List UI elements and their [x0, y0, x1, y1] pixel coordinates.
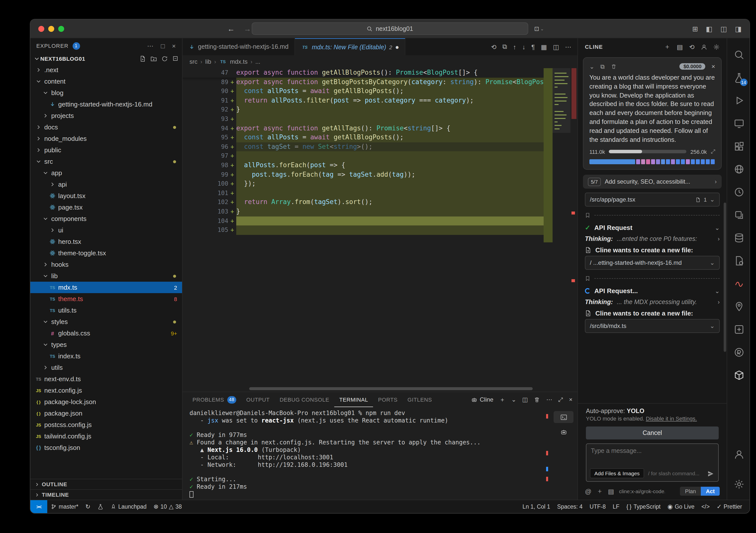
minimap-icon[interactable]: ▦: [541, 43, 547, 50]
language-mode-item[interactable]: { }TypeScript: [623, 503, 664, 510]
tree-file-theme-toggle-tsx[interactable]: theme-toggle.tsx: [30, 247, 182, 259]
more-actions-icon[interactable]: ⋯: [147, 42, 154, 49]
panel-tab-gitlens[interactable]: GITLENS: [403, 392, 437, 407]
terminal-dropdown-icon[interactable]: ⌄: [511, 396, 516, 403]
new-folder-icon[interactable]: [150, 55, 157, 62]
tree-folder-node-modules[interactable]: node_modules: [30, 133, 182, 144]
model-selector[interactable]: cline:x-ai/grok-code...: [619, 488, 665, 494]
new-file-path-box[interactable]: /src/lib/mdx.ts ⌄: [585, 319, 720, 333]
settings-gear-icon[interactable]: [713, 43, 720, 50]
command-center[interactable]: next16blog01: [252, 22, 528, 35]
project-root-row[interactable]: NEXT16BLOG01: [30, 53, 182, 64]
filegear-icon[interactable]: [727, 249, 750, 272]
remote-icon[interactable]: [727, 112, 750, 135]
prettier-item[interactable]: ✓Prettier: [713, 503, 745, 510]
mention-icon[interactable]: @: [585, 488, 591, 495]
tree-folder-styles[interactable]: styles: [30, 316, 182, 327]
tree-folder-projects[interactable]: projects: [30, 110, 182, 122]
tree-folder-types[interactable]: types: [30, 339, 182, 351]
refresh-icon[interactable]: [161, 55, 168, 62]
tree-file-hero-tsx[interactable]: hero.tsx: [30, 236, 182, 247]
tree-file-package-json[interactable]: { }package.json: [30, 407, 182, 419]
tree-file-getting-started-with-nextjs-16-md[interactable]: getting-started-with-nextjs-16.md: [30, 98, 182, 110]
focus-chain-row[interactable]: 5/7 Add security, SEO, accessibilit... ›: [583, 175, 722, 189]
panel-tab-debug-console[interactable]: DEBUG CONSOLE: [275, 392, 334, 407]
arrow-up-icon[interactable]: ↑: [513, 43, 516, 50]
tree-file-package-lock-json[interactable]: { }package-lock.json: [30, 396, 182, 407]
bookmark-icon[interactable]: [585, 213, 590, 218]
maximize-view-icon[interactable]: □: [161, 42, 165, 49]
tab-getting-started-md[interactable]: getting-started-with-nextjs-16.md: [182, 38, 295, 55]
account-icon[interactable]: [727, 443, 750, 466]
tree-file-postcss-config-js[interactable]: JSpostcss.config.js: [30, 419, 182, 431]
pin-icon[interactable]: [727, 295, 750, 318]
edited-file-row[interactable]: /src/app/page.tsx 1 ⌄: [585, 193, 720, 207]
go-live-item[interactable]: ◉Go Live: [664, 503, 698, 510]
tree-folder-content[interactable]: content: [30, 76, 182, 87]
remote-indicator[interactable]: ><: [30, 500, 47, 513]
code-area[interactable]: 47export async function getAllBlogPosts(…: [182, 68, 544, 392]
pilcrow-icon[interactable]: ¶: [531, 43, 535, 50]
thinking-row[interactable]: Thinking: ...ented the core P0 features:…: [578, 234, 727, 245]
tree-file-mdx-ts[interactable]: TSmdx.ts2: [30, 282, 182, 293]
horizontal-scrollbar[interactable]: [249, 387, 533, 390]
disable-settings-link[interactable]: Disable it in Settings.: [646, 415, 697, 422]
new-file-path-box[interactable]: / ...etting-started-with-nextjs-16.md ⌄: [585, 256, 720, 270]
minimize-window-button[interactable]: [48, 26, 54, 32]
globe-icon[interactable]: [727, 158, 750, 181]
breadcrumb-item[interactable]: ...: [256, 58, 260, 65]
tree-file-next-env-d-ts[interactable]: TSnext-env.d.ts: [30, 373, 182, 385]
tree-file-utils-ts[interactable]: TSutils.ts: [30, 305, 182, 316]
code-editor[interactable]: 47export async function getAllBlogPosts(…: [182, 68, 578, 392]
beaker-icon[interactable]: [94, 500, 107, 513]
tree-file-globals-css[interactable]: #globals.css9+: [30, 327, 182, 339]
maximize-panel-icon[interactable]: ⤢: [558, 396, 563, 403]
tree-folder-api[interactable]: api: [30, 179, 182, 190]
close-window-button[interactable]: [38, 26, 44, 32]
tree-folder-utils[interactable]: utils: [30, 362, 182, 373]
window-indicator-icon[interactable]: ⊡⌄: [534, 25, 544, 32]
extensions-icon[interactable]: [727, 135, 750, 158]
tree-folder-docs[interactable]: docs: [30, 122, 182, 133]
eol-item[interactable]: LF: [609, 504, 623, 510]
dirty-indicator-icon[interactable]: ●: [395, 43, 399, 51]
tree-folder-public[interactable]: public: [30, 144, 182, 156]
cline-terminal-button[interactable]: Cline: [471, 396, 493, 403]
code-tag-item[interactable]: </>: [698, 504, 713, 510]
sync-icon[interactable]: ↻: [82, 500, 94, 513]
outline-section[interactable]: OUTLINE: [30, 479, 182, 489]
api-request-row[interactable]: ✓ API Request ⌄: [578, 222, 727, 234]
new-terminal-icon[interactable]: ＋: [500, 395, 505, 404]
tree-file-index-ts[interactable]: TSindex.ts: [30, 351, 182, 362]
tree-folder-hooks[interactable]: hooks: [30, 259, 182, 270]
beaker-icon[interactable]: 14: [727, 66, 750, 89]
panel-tab-ports[interactable]: PORTS: [373, 392, 402, 407]
collapse-all-icon[interactable]: [172, 55, 179, 62]
toggle-sidebar-right-icon[interactable]: ◨: [735, 25, 742, 33]
tree-file-tsconfig-json[interactable]: { }tsconfig.json: [30, 442, 182, 453]
cline-session-icon[interactable]: [554, 426, 574, 438]
history-icon[interactable]: ⟲: [689, 43, 695, 50]
collapse-task-icon[interactable]: ⌄: [589, 63, 594, 70]
tree-file-theme-ts[interactable]: TStheme.ts8: [30, 293, 182, 305]
tree-folder-blog[interactable]: blog: [30, 87, 182, 98]
message-input[interactable]: [591, 447, 714, 464]
more-actions-icon[interactable]: ⋯: [546, 396, 552, 403]
new-task-icon[interactable]: ＋: [664, 42, 671, 51]
cline-conversation[interactable]: ⌄ ⧉ $0.0000 × You are a world class deve…: [578, 55, 727, 403]
delete-task-icon[interactable]: [610, 64, 616, 70]
breadcrumb-item[interactable]: mdx.ts: [230, 58, 248, 65]
launchpad-item[interactable]: Launchpad: [107, 500, 150, 513]
back-button[interactable]: ←: [227, 24, 235, 33]
tree-folder-lib[interactable]: lib: [30, 270, 182, 282]
run-icon[interactable]: [727, 89, 750, 112]
rules-icon[interactable]: ▤: [608, 488, 614, 495]
forward-button[interactable]: →: [244, 24, 251, 33]
tree-folder-src[interactable]: src: [30, 156, 182, 167]
minimap[interactable]: [553, 68, 571, 392]
tree-file-page-tsx[interactable]: page.tsx: [30, 202, 182, 213]
close-view-icon[interactable]: ×: [172, 42, 176, 49]
arrow-down-icon[interactable]: ↓: [522, 43, 526, 50]
problems-item[interactable]: ⊗10 △38: [150, 500, 185, 513]
breadcrumb-item[interactable]: lib: [205, 58, 211, 65]
